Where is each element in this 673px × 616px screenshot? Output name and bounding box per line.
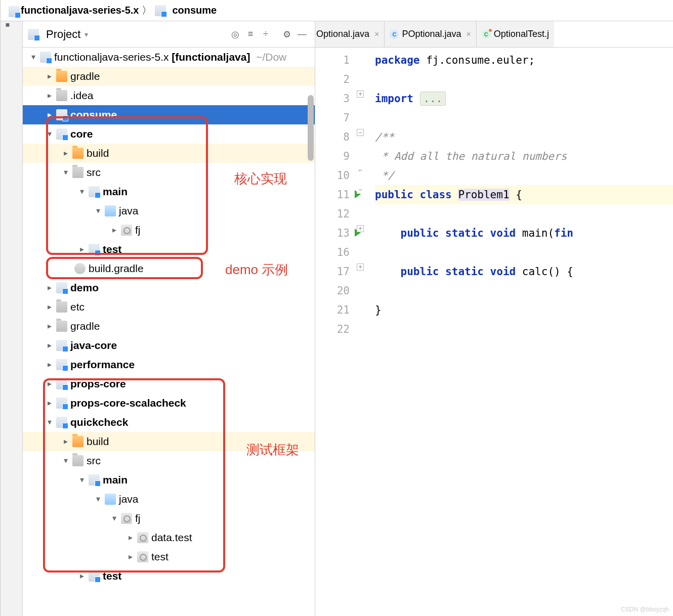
fold-icon[interactable]: +	[357, 263, 364, 271]
tree-item-qc-java[interactable]: ▾ java	[23, 490, 315, 509]
tree-item-performance[interactable]: ▸ performance	[23, 355, 315, 374]
tab-optionaltest[interactable]: C OptionalTest.j	[477, 21, 554, 47]
expand-icon[interactable]: ▾	[61, 163, 70, 182]
expand-icon[interactable]: ▸	[45, 336, 54, 355]
tree-item-qc-main[interactable]: ▾ main	[23, 470, 315, 490]
project-panel-title-text: Project	[46, 28, 80, 41]
tree-item-qc-datatest[interactable]: ▸ data.test	[23, 528, 315, 547]
collapse-all-button[interactable]: ÷	[258, 27, 273, 42]
expand-icon[interactable]: ▸	[45, 278, 54, 297]
expand-icon[interactable]: ▾	[94, 490, 103, 509]
close-icon[interactable]: ×	[374, 30, 379, 39]
tree-item-core-buildgradle[interactable]: build.gradle	[23, 259, 315, 278]
tree-item-core-build[interactable]: ▸ build	[23, 144, 315, 163]
tree-item-core-src[interactable]: ▾ src	[23, 163, 315, 182]
expand-icon[interactable]: ▾	[110, 509, 119, 528]
editor-area: Optional.java × C POptional.java × C Opt…	[315, 21, 673, 616]
watermark: CSDN @bboyzqh	[621, 606, 669, 613]
expand-icon[interactable]: ▸	[45, 297, 54, 317]
folder-icon	[56, 321, 67, 332]
expand-icon[interactable]: ▸	[77, 240, 87, 259]
fold-icon[interactable]: +	[357, 225, 364, 232]
tree-item-demo[interactable]: ▸ demo	[23, 278, 315, 297]
tree-root-bracket: [functionaljava]	[172, 48, 250, 67]
scrollbar-thumb[interactable]	[308, 95, 314, 161]
tree-label: java-core	[70, 336, 117, 355]
code-editor[interactable]: 1 2 3 7 8 9 10 11 12 13 16 17 20 21 22	[315, 48, 673, 616]
expand-icon[interactable]: ▾	[77, 470, 87, 490]
close-icon[interactable]: ×	[467, 30, 471, 39]
tree-label: fj	[135, 509, 141, 528]
tree-label: .idea	[70, 86, 94, 105]
expand-icon[interactable]: ▸	[77, 566, 87, 586]
tree-label: data.test	[151, 528, 192, 547]
tree-item-qc-src[interactable]: ▾ src	[23, 451, 315, 470]
project-tree[interactable]: ▾ functionaljava-series-5.x [functionalj…	[23, 48, 315, 616]
hide-button[interactable]: —	[295, 27, 310, 42]
expand-icon[interactable]: ▾	[45, 124, 54, 144]
expand-icon[interactable]: ▾	[77, 182, 87, 201]
tab-poptional[interactable]: C POptional.java ×	[385, 21, 476, 47]
expand-icon[interactable]: ▸	[45, 317, 54, 336]
project-panel-title[interactable]: Project ▾	[28, 28, 88, 41]
expand-icon[interactable]: ▸	[126, 528, 135, 547]
expand-all-button[interactable]: ≡	[243, 27, 258, 42]
tree-item-dotgradle[interactable]: ▸ gradle	[23, 67, 315, 86]
tree-label: props-core	[70, 374, 126, 393]
tab-label: POptional.java	[402, 29, 461, 39]
tree-item-core-main[interactable]: ▾ main	[23, 182, 315, 201]
tree-item-props-core-scalacheck[interactable]: ▸ props-core-scalacheck	[23, 393, 315, 413]
tree-label: src	[87, 451, 101, 470]
breadcrumb-root[interactable]: functionaljava-series-5.x	[6, 5, 142, 16]
tree-label: src	[87, 163, 101, 182]
expand-icon[interactable]: ▾	[29, 48, 38, 67]
expand-icon[interactable]: ▸	[45, 86, 54, 105]
tree-item-props-core[interactable]: ▸ props-core	[23, 374, 315, 393]
breadcrumb-child[interactable]: consume	[152, 5, 220, 16]
tree-item-idea[interactable]: ▸ .idea	[23, 86, 315, 105]
tree-item-consume[interactable]: ▸ consume	[23, 105, 315, 124]
breadcrumb-root-label: functionaljava-series-5.x	[21, 5, 139, 16]
tree-root[interactable]: ▾ functionaljava-series-5.x [functionalj…	[23, 48, 315, 67]
tab-optional[interactable]: Optional.java ×	[315, 21, 385, 47]
settings-button[interactable]: ⚙	[279, 27, 295, 42]
expand-icon[interactable]: ▾	[45, 413, 54, 432]
expand-icon[interactable]: ▸	[45, 67, 54, 86]
tree-item-java-core[interactable]: ▸ java-core	[23, 336, 315, 355]
source-folder-icon	[105, 494, 116, 505]
expand-icon[interactable]: ▾	[94, 201, 103, 221]
expand-icon[interactable]: ▸	[110, 221, 119, 240]
fold-icon[interactable]: +	[357, 91, 364, 98]
tree-item-quickcheck[interactable]: ▾ quickcheck	[23, 413, 315, 432]
tree-item-core-fj[interactable]: ▸ fj	[23, 221, 315, 240]
tree-item-qc-build[interactable]: ▸ build	[23, 432, 315, 451]
tree-item-core[interactable]: ▾ core	[23, 124, 315, 144]
expand-icon[interactable]: ▸	[45, 393, 54, 413]
breadcrumb-separator: 〉	[142, 4, 152, 17]
fold-end-icon[interactable]: ⌐	[357, 167, 364, 174]
expand-icon[interactable]: ▸	[61, 144, 70, 163]
module-icon	[56, 359, 67, 370]
tree-item-qc-test[interactable]: ▸ test	[23, 547, 315, 566]
fold-start-icon[interactable]: −	[357, 187, 364, 194]
tree-label: demo	[70, 278, 99, 297]
expand-icon[interactable]: ▸	[45, 374, 54, 393]
expand-icon[interactable]: ▸	[45, 355, 54, 374]
tree-label: test	[103, 566, 121, 586]
expand-icon[interactable]: ▾	[61, 451, 70, 470]
tree-item-etc[interactable]: ▸ etc	[23, 297, 315, 317]
expand-icon[interactable]: ▸	[45, 105, 54, 124]
code-body[interactable]: package fj.consume.euler; import ... /**…	[368, 48, 673, 616]
tree-item-qc-testmod[interactable]: ▸ test	[23, 566, 315, 586]
expand-icon[interactable]: ▸	[126, 547, 135, 566]
package-icon	[121, 513, 132, 524]
tree-item-core-java[interactable]: ▾ java	[23, 201, 315, 221]
tree-item-gradle[interactable]: ▸ gradle	[23, 317, 315, 336]
tool-stripe[interactable]: ■	[1, 21, 23, 616]
fold-icon[interactable]: −	[357, 129, 364, 136]
tree-item-core-test[interactable]: ▸ test	[23, 240, 315, 259]
locate-button[interactable]: ◎	[228, 27, 243, 42]
expand-icon[interactable]: ▸	[61, 432, 70, 451]
gradle-icon	[74, 263, 86, 274]
tree-item-qc-fj[interactable]: ▾ fj	[23, 509, 315, 528]
